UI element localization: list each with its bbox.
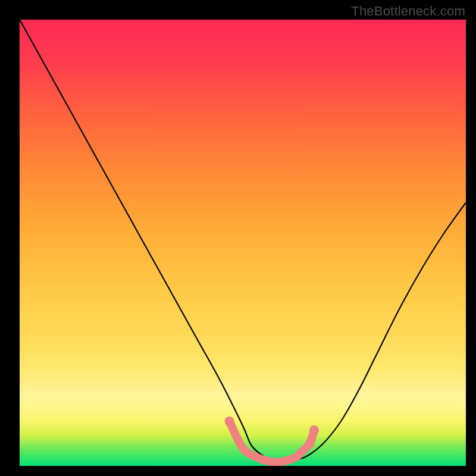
watermark-text: TheBottleneck.com (351, 4, 465, 19)
bottleneck-curve (20, 20, 466, 466)
curve-path (20, 20, 466, 462)
marker-dot (309, 425, 319, 435)
marker-dot (225, 416, 234, 426)
curve-markers (225, 416, 320, 462)
chart-frame: TheBottleneck.com (0, 0, 476, 476)
marker-sausage (230, 421, 315, 462)
marker-dot (305, 439, 315, 449)
plot-area (20, 20, 466, 466)
